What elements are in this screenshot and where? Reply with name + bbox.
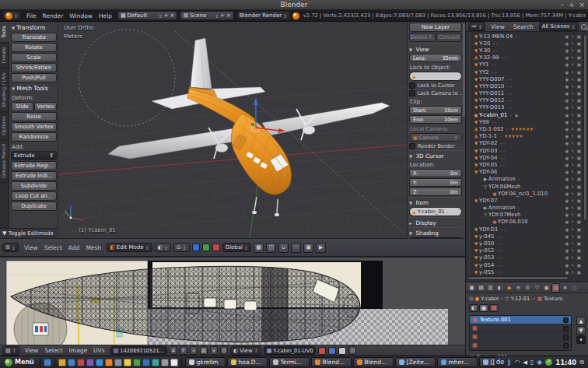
menu-item[interactable]: Window (66, 12, 96, 19)
lock-camera-row[interactable]: Lock Camera to ... (409, 89, 462, 97)
selectability-arrow-icon[interactable]: ↖ (571, 77, 575, 82)
render-camera-icon[interactable]: ▣ (577, 263, 581, 268)
visibility-eye-icon[interactable]: ◉ (565, 127, 569, 131)
outliner-row[interactable]: ▼ YDY-02 ∘∘ ◉↖▣ (469, 140, 583, 147)
view-panel-header[interactable]: ▼ View (409, 44, 462, 54)
clip-start-slider[interactable]: Start:10cm (409, 106, 462, 114)
render-camera-icon[interactable]: ▣ (577, 34, 581, 39)
visibility-eye-icon[interactable]: ◉ (565, 184, 569, 189)
lock-to-cursor-row[interactable]: Lock to Cursor (409, 82, 462, 89)
selectability-arrow-icon[interactable]: ↖ (571, 105, 575, 110)
selectability-arrow-icon[interactable]: ↖ (571, 184, 575, 189)
selectability-arrow-icon[interactable]: ↖ (571, 205, 575, 210)
image-users-count[interactable]: 4 (170, 346, 177, 355)
menu-item[interactable]: Select (41, 347, 65, 354)
updates-ok-icon[interactable]: ✓ (545, 359, 552, 366)
outliner-row[interactable]: ▼ Y-12-MEN-04 ∘∘ ◉↖▣ (469, 33, 583, 40)
bluetooth-icon[interactable]: ᛒ (507, 359, 511, 366)
outliner-row[interactable]: ▼ YY2 ∘∘ ◉↖▣ (469, 68, 583, 75)
pin-icon[interactable]: ⊙ (220, 346, 228, 355)
tool-button[interactable]: Translate (11, 33, 57, 42)
app-launcher-icon[interactable] (105, 359, 113, 366)
render-camera-icon[interactable]: ▣ (577, 177, 581, 181)
menu-item[interactable]: Mesh (82, 244, 104, 251)
render-camera-icon[interactable]: ▣ (577, 205, 581, 210)
breadcrumb-data[interactable]: Y-12-01. (510, 296, 531, 302)
properties-tab[interactable]: ▤ (477, 283, 485, 293)
tool-button[interactable]: Duplicate (11, 202, 57, 211)
render-camera-icon[interactable]: ▣ (577, 170, 581, 174)
selectability-arrow-icon[interactable]: ↖ (571, 227, 575, 232)
render-camera-icon[interactable]: ▣ (577, 248, 581, 253)
cursor-x-slider[interactable]: X:0m (409, 169, 462, 177)
render-camera-icon[interactable]: ▣ (577, 184, 581, 189)
checkbox-icon[interactable] (409, 90, 415, 96)
outliner-row[interactable]: ▼ YY1 ∘∘ ◉↖▣ (469, 61, 583, 68)
outliner-row[interactable]: ● Y-cabin_01 ∘ ◉ ◉↖▣ (469, 111, 583, 118)
selectability-arrow-icon[interactable]: ↖ (571, 84, 575, 89)
outliner-row[interactable]: ▼ YYY-D007 ∘∘ ◉↖▣ (469, 75, 583, 82)
app-launcher-icon[interactable] (124, 359, 131, 366)
texture-enable-checkbox[interactable] (563, 326, 569, 331)
app-launcher-icon[interactable] (77, 359, 85, 366)
delete-faces-button[interactable]: Delete F... (409, 33, 436, 42)
outliner-row[interactable]: ▽ YDY-07Mesh ◉↖▣ (469, 212, 583, 219)
new-layer-button[interactable]: New Layer (409, 23, 462, 32)
editor-mode-dropdown[interactable]: ◐View↕ (230, 346, 261, 356)
manipulator-translate-icon[interactable] (192, 244, 200, 251)
render-camera-icon[interactable]: ▣ (577, 255, 581, 260)
close-button[interactable]: × (579, 0, 585, 10)
editor-type-button[interactable]: ↕ (2, 11, 21, 20)
selectability-arrow-icon[interactable]: ↖ (571, 91, 575, 96)
app-launcher-icon[interactable] (152, 359, 159, 366)
visibility-eye-icon[interactable]: ◉ (565, 98, 569, 103)
visibility-eye-icon[interactable]: ◉ (565, 263, 569, 268)
selectability-arrow-icon[interactable]: ↖ (571, 270, 575, 275)
taskbar-window-button[interactable]: gkrellm (185, 357, 226, 367)
world-texture-icon[interactable]: ◐ (469, 304, 478, 312)
lens-slider[interactable]: Lens:35mm (409, 54, 462, 62)
minimize-button[interactable]: – (560, 0, 564, 10)
render-camera-icon[interactable]: ▣ (577, 227, 581, 232)
menu-item-search[interactable]: Search (510, 23, 537, 30)
selectability-arrow-icon[interactable]: ↖ (571, 141, 575, 145)
render-camera-icon[interactable]: ▣ (577, 163, 581, 167)
shading-panel-header[interactable]: ▼ Shading (409, 227, 462, 237)
menu-item[interactable]: Add (65, 244, 83, 251)
selectability-arrow-icon[interactable]: ↖ (571, 156, 575, 160)
search-tray-icon[interactable]: ◉ (537, 359, 542, 366)
visibility-eye-icon[interactable]: ◉ (565, 205, 569, 210)
slide-button[interactable]: Slide (11, 102, 33, 111)
tool-button[interactable]: Rotate (11, 43, 57, 52)
render-camera-icon[interactable]: ▣ (577, 120, 581, 124)
breadcrumb-object[interactable]: Y-cabin (481, 296, 499, 302)
outliner-row[interactable]: ▼ YDY-04 ∘∘ ◉↖▣ (469, 154, 583, 161)
render-camera-icon[interactable]: ▣ (577, 91, 581, 96)
tool-button[interactable]: Loop Cut an... (11, 191, 57, 201)
render-camera-icon[interactable]: ▣ (577, 62, 581, 67)
manipulator-rotate-icon[interactable] (202, 244, 210, 251)
outliner-row[interactable]: ● YDY-06.010 ◉↖▣ (469, 219, 583, 226)
visibility-eye-icon[interactable]: ◉ (565, 105, 569, 110)
selectability-arrow-icon[interactable]: ↖ (571, 127, 575, 131)
texture-slot-row[interactable]: ▦ (470, 324, 571, 333)
visibility-eye-icon[interactable]: ◉ (565, 191, 569, 196)
properties-tab[interactable]: ▽ (533, 283, 541, 293)
selectability-arrow-icon[interactable]: ↖ (571, 198, 575, 203)
render-camera-icon[interactable]: ▣ (577, 212, 581, 217)
outliner-scope-dropdown[interactable]: All Scenes↕ (539, 22, 579, 31)
maximize-button[interactable]: + (569, 0, 575, 10)
visibility-eye-icon[interactable]: ◉ (565, 156, 569, 160)
selectability-arrow-icon[interactable]: ↖ (571, 48, 575, 53)
screen-layout-selector[interactable]: ▦Default↕+× (117, 11, 177, 20)
app-launcher-icon[interactable] (170, 359, 178, 366)
other-texture-icon[interactable]: ▦ (489, 304, 499, 312)
menu-item[interactable]: Image (66, 347, 91, 354)
remove-layout-icon[interactable]: × (170, 12, 175, 19)
visibility-eye-icon[interactable]: ◉ (565, 62, 569, 67)
selectability-arrow-icon[interactable]: ↖ (571, 255, 575, 260)
app-launcher-icon[interactable] (142, 359, 150, 366)
checkbox-icon[interactable] (409, 82, 415, 89)
visibility-eye-icon[interactable]: ◉ (565, 177, 569, 181)
lock-to-object-field[interactable]: ◆ (409, 72, 462, 81)
